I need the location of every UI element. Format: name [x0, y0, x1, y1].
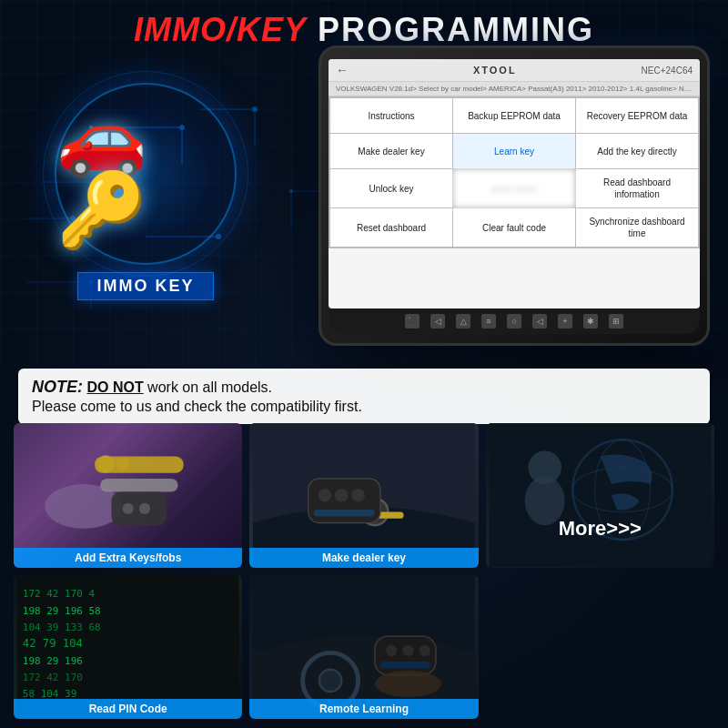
svg-point-57 [420, 644, 430, 655]
bottom-icon-9[interactable]: ⊞ [609, 314, 623, 329]
do-not-text: DO NOT [86, 379, 143, 395]
tablet-container: ← XTOOL NEC+24C64 VOLKSWAGEN V28.1d> Sel… [318, 46, 710, 346]
note-line1: NOTE: DO NOT work on all models. [32, 378, 696, 397]
svg-point-23 [97, 455, 116, 473]
menu-grid: Instructions Backup EEPROM data Recovery… [329, 96, 700, 248]
screen-header: ← XTOOL NEC+24C64 [329, 59, 700, 82]
note-line1-text: DO NOT work on all models. [86, 379, 272, 395]
note-line2: Please come to us and check the compatib… [32, 399, 696, 415]
menu-item-add-key-directly[interactable]: Add the key directly [576, 134, 698, 168]
more-label[interactable]: More>>> [486, 517, 714, 541]
svg-point-34 [335, 489, 349, 502]
pin-image: 172 42 170 4 198 29 196 58 104 39 133 68… [14, 575, 242, 720]
bottom-grid: Add Extra Keys/fobs Make dealer key [14, 423, 714, 719]
svg-point-55 [386, 644, 397, 655]
note-section: NOTE: DO NOT work on all models. Please … [18, 369, 710, 424]
svg-rect-22 [100, 479, 177, 492]
bottom-icon-6[interactable]: ◁ [532, 314, 547, 329]
svg-text:198 29 196 58: 198 29 196 58 [23, 604, 101, 616]
main-title: IMMO/KEY PROGRAMMING [0, 11, 728, 49]
svg-point-33 [318, 489, 332, 502]
grid-item-remote[interactable]: Remote Learning [249, 575, 478, 720]
svg-point-56 [403, 644, 414, 655]
title-programming: PROGRAMMING [307, 11, 594, 48]
keys-label: Add Extra Keys/fobs [14, 548, 242, 568]
menu-item-unlock-key[interactable]: Unlock key [330, 169, 452, 207]
menu-item-reset-dashboard[interactable]: Reset dashboard [330, 208, 452, 247]
tablet-screen: ← XTOOL NEC+24C64 VOLKSWAGEN V28.1d> Sel… [329, 59, 700, 308]
menu-item-blurred[interactable]: ●●●● ●●●● [453, 169, 575, 207]
menu-item-sync-dashboard[interactable]: Synchronize dashboard time [576, 208, 698, 247]
menu-item-learn-key[interactable]: Learn key [453, 134, 575, 168]
pin-label: Read PIN Code [14, 699, 242, 719]
tablet-outer: ← XTOOL NEC+24C64 VOLKSWAGEN V28.1d> Sel… [318, 46, 710, 346]
svg-text:104 39 133 68: 104 39 133 68 [23, 621, 101, 632]
model-label: NEC+24C64 [642, 66, 693, 76]
menu-item-make-dealer-key[interactable]: Make dealer key [330, 134, 452, 168]
bottom-icon-4[interactable]: ≡ [481, 314, 496, 329]
keys-image [14, 423, 242, 568]
tablet-bottom-bar: ⬛ ◁ △ ≡ ○ ◁ + ✱ ⊞ [329, 308, 700, 334]
svg-point-35 [352, 489, 366, 502]
svg-text:172 42 170: 172 42 170 [23, 671, 83, 682]
grid-item-pin[interactable]: 172 42 170 4 198 29 196 58 104 39 133 68… [14, 575, 242, 720]
dealer-label: Make dealer key [249, 548, 478, 568]
menu-item-instructions[interactable]: Instructions [330, 98, 452, 133]
note-bold-label: NOTE: [32, 378, 83, 396]
svg-text:58 104 39: 58 104 39 [23, 688, 76, 700]
bottom-icon-1[interactable]: ⬛ [405, 314, 420, 329]
dealer-image [249, 423, 478, 568]
svg-point-53 [319, 669, 341, 691]
bottom-icon-2[interactable]: ◁ [430, 314, 445, 329]
title-immo: IMMO/KEY [134, 11, 307, 48]
svg-text:42 79 104: 42 79 104 [23, 637, 83, 650]
svg-text:198 29 196: 198 29 196 [23, 654, 83, 666]
menu-item-recovery-eeprom[interactable]: Recovery EEPROM data [576, 98, 698, 133]
svg-point-27 [139, 503, 150, 514]
brand-label: XTOOL [473, 65, 517, 76]
svg-point-26 [123, 503, 134, 514]
menu-item-read-dashboard[interactable]: Read dashboard information [576, 169, 698, 207]
back-arrow[interactable]: ← [336, 63, 349, 77]
grid-item-keys[interactable]: Add Extra Keys/fobs [14, 423, 242, 568]
grid-item-dealer[interactable]: Make dealer key [249, 423, 478, 568]
svg-point-59 [375, 670, 441, 696]
bottom-icon-7[interactable]: + [558, 314, 572, 329]
car-key-icon: 🚗🔑 [56, 101, 235, 247]
bottom-icon-5[interactable]: ○ [507, 314, 521, 329]
svg-rect-58 [380, 662, 430, 668]
bottom-icon-3[interactable]: △ [456, 314, 470, 329]
svg-rect-36 [314, 510, 375, 516]
immo-icon-area: 🚗🔑 IMMO KEY [27, 64, 264, 318]
remote-label: Remote Learning [249, 699, 478, 719]
svg-text:172 42 170 4: 172 42 170 4 [23, 588, 96, 600]
bottom-icon-8[interactable]: ✱ [583, 314, 598, 329]
more-image [486, 423, 714, 568]
screen-nav: VOLKSWAGEN V28.1d> Select by car model> … [329, 82, 700, 96]
menu-item-backup-eeprom[interactable]: Backup EEPROM data [453, 98, 575, 133]
glow-circle: 🚗🔑 [55, 83, 237, 265]
menu-item-clear-fault[interactable]: Clear fault code [453, 208, 575, 247]
svg-point-24 [116, 458, 129, 471]
more-label-bottom [486, 561, 714, 568]
grid-item-more[interactable]: More>>> [486, 423, 714, 568]
remote-image [249, 575, 478, 720]
